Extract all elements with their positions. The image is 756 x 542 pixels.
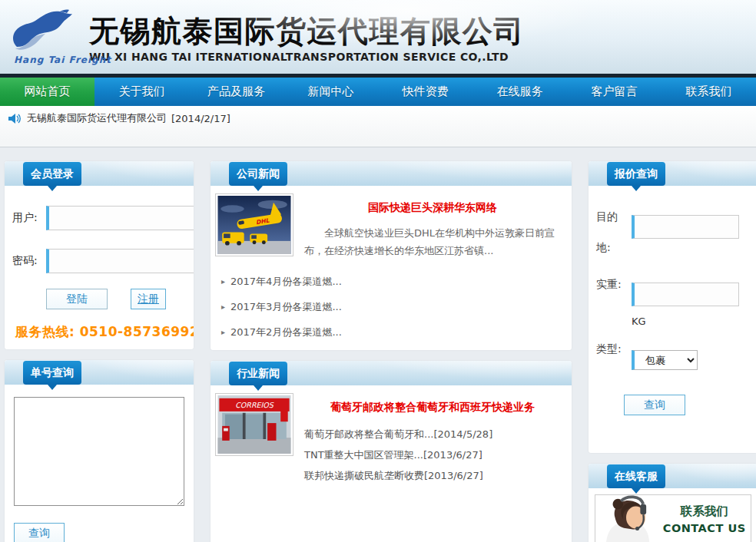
member-login-panel: 会员登录 用户: 密码: 登陆 注册 服务热线: 0510-85736992 bbox=[5, 161, 194, 349]
parcel-type-select[interactable]: 包裹 bbox=[632, 350, 698, 370]
company-news-item[interactable]: 2017年2月份各渠道燃... bbox=[221, 326, 565, 339]
member-login-header: 会员登录 bbox=[5, 161, 194, 186]
main-nav: 网站首页 关于我们 产品及服务 新闻中心 快件资费 在线服务 客户留言 联系我们 bbox=[0, 78, 756, 106]
industry-news-image[interactable]: CORREIOS bbox=[215, 393, 293, 456]
page-content: 会员登录 用户: 密码: 登陆 注册 服务热线: 0510-85736992 bbox=[0, 147, 756, 542]
company-news-list: 2017年4月份各渠道燃... 2017年3月份各渠道燃... 2017年2月份… bbox=[215, 275, 565, 350]
username-input[interactable] bbox=[46, 206, 194, 230]
company-news-featured-summary: 全球航空快递业巨头DHL在华机构中外运敦豪日前宣布，在经济快速增长的华东地区江苏… bbox=[304, 224, 561, 259]
destination-input[interactable] bbox=[632, 215, 739, 239]
password-input[interactable] bbox=[46, 249, 194, 273]
dhl-plane-image: DHL bbox=[217, 196, 291, 254]
tracking-query-panel: 单号查询 查询 bbox=[5, 360, 194, 542]
speaker-icon bbox=[8, 113, 21, 124]
notice-date: [2014/2/17] bbox=[171, 113, 230, 124]
industry-news-item[interactable]: TNT重整大中国区管理架...[2013/6/27] bbox=[304, 445, 561, 465]
service-hotline: 服务热线: 0510-85736992 bbox=[12, 309, 184, 341]
right-column: 报价查询 目的地: 实重: KG 类型: bbox=[589, 161, 756, 542]
weight-unit-label: KG bbox=[632, 316, 739, 327]
member-login-tab[interactable]: 会员登录 bbox=[23, 162, 81, 186]
industry-news-list: 葡萄牙邮政将整合葡萄牙和...[2014/5/28] TNT重整大中国区管理架.… bbox=[304, 424, 561, 486]
nav-item-products[interactable]: 产品及服务 bbox=[189, 78, 284, 106]
online-service-header: 在线客服 bbox=[589, 464, 756, 488]
tracking-query-tab[interactable]: 单号查询 bbox=[23, 361, 81, 385]
middle-column: 公司新闻 bbox=[211, 161, 572, 542]
type-label: 类型: bbox=[596, 332, 632, 370]
weight-input[interactable] bbox=[632, 283, 739, 306]
customer-service-image: 联系我们 CONTACT US bbox=[595, 495, 751, 542]
tracking-number-textarea[interactable] bbox=[14, 397, 184, 506]
notice-text[interactable]: 无锡航泰国际货运代理有限公司 bbox=[27, 111, 167, 125]
site-header: Hang Tai Freight 无锡航泰国际货运代理有限公司 WU XI HA… bbox=[0, 0, 756, 74]
quote-query-tab[interactable]: 报价查询 bbox=[607, 162, 665, 186]
nav-item-about[interactable]: 关于我们 bbox=[94, 78, 189, 106]
quote-query-button[interactable]: 查询 bbox=[624, 395, 685, 415]
username-label: 用户: bbox=[12, 211, 46, 225]
company-logo[interactable]: Hang Tai Freight bbox=[3, 2, 89, 71]
industry-news-featured-title[interactable]: 葡萄牙邮政将整合葡萄牙和西班牙快递业务 bbox=[304, 401, 561, 415]
destination-label: 目的地: bbox=[596, 200, 632, 263]
industry-news-item[interactable]: 葡萄牙邮政将整合葡萄牙和...[2014/5/28] bbox=[304, 424, 561, 445]
nav-item-contact[interactable]: 联系我们 bbox=[662, 78, 756, 106]
nav-item-guestbook[interactable]: 客户留言 bbox=[567, 78, 662, 106]
tracking-query-header: 单号查询 bbox=[5, 360, 194, 385]
quote-query-panel: 报价查询 目的地: 实重: KG 类型: bbox=[589, 161, 756, 453]
tracking-query-button[interactable]: 查询 bbox=[14, 523, 65, 542]
company-title-block: 无锡航泰国际货运代理有限公司 WU XI HANG TAI ITERNATION… bbox=[89, 11, 525, 63]
company-news-image[interactable]: DHL bbox=[215, 193, 293, 256]
online-service-panel: 在线客服 联系我们 bbox=[589, 464, 756, 542]
quote-query-header: 报价查询 bbox=[589, 161, 756, 186]
company-news-item[interactable]: 2017年4月份各渠道燃... bbox=[221, 275, 565, 289]
company-news-item[interactable]: 2017年3月份各渠道燃... bbox=[221, 300, 565, 314]
company-name-cn: 无锡航泰国际货运代理有限公司 bbox=[89, 14, 525, 49]
industry-news-header: 行业新闻 bbox=[211, 361, 572, 385]
nav-item-rates[interactable]: 快件资费 bbox=[378, 78, 472, 106]
company-news-panel: 公司新闻 bbox=[211, 161, 572, 350]
company-name-en: WU XI HANG TAI ITERNATIONALTRANSPORTATIO… bbox=[89, 51, 525, 63]
industry-news-tab[interactable]: 行业新闻 bbox=[229, 362, 287, 385]
left-column: 会员登录 用户: 密码: 登陆 注册 服务热线: 0510-85736992 bbox=[5, 161, 194, 542]
correios-storefront-image: CORREIOS bbox=[217, 395, 291, 454]
svg-text:CONTACT US: CONTACT US bbox=[663, 522, 746, 534]
nav-item-home[interactable]: 网站首页 bbox=[0, 78, 94, 106]
online-service-tab[interactable]: 在线客服 bbox=[607, 464, 665, 488]
company-news-header: 公司新闻 bbox=[211, 161, 572, 186]
industry-news-panel: 行业新闻 CORREIOS bbox=[211, 361, 572, 542]
industry-news-item[interactable]: 联邦快递撕破民航垄断收费[2013/6/27] bbox=[304, 465, 561, 486]
nav-item-online-service[interactable]: 在线服务 bbox=[472, 78, 567, 106]
notice-bar: 无锡航泰国际货运代理有限公司 [2014/2/17] bbox=[0, 106, 756, 147]
contact-us-banner[interactable]: 联系我们 CONTACT US bbox=[595, 494, 751, 542]
nav-item-news[interactable]: 新闻中心 bbox=[284, 78, 378, 106]
register-button[interactable]: 注册 bbox=[131, 289, 166, 309]
login-button[interactable]: 登陆 bbox=[46, 289, 108, 309]
logo-script-text: Hang Tai Freight bbox=[14, 55, 111, 65]
weight-label: 实重: bbox=[596, 267, 632, 327]
company-news-tab[interactable]: 公司新闻 bbox=[229, 162, 287, 186]
company-news-featured-title[interactable]: 国际快递巨头深耕华东网络 bbox=[304, 201, 561, 215]
svg-text:CORREIOS: CORREIOS bbox=[235, 401, 274, 409]
password-label: 密码: bbox=[12, 254, 46, 268]
svg-text:联系我们: 联系我们 bbox=[680, 504, 728, 518]
